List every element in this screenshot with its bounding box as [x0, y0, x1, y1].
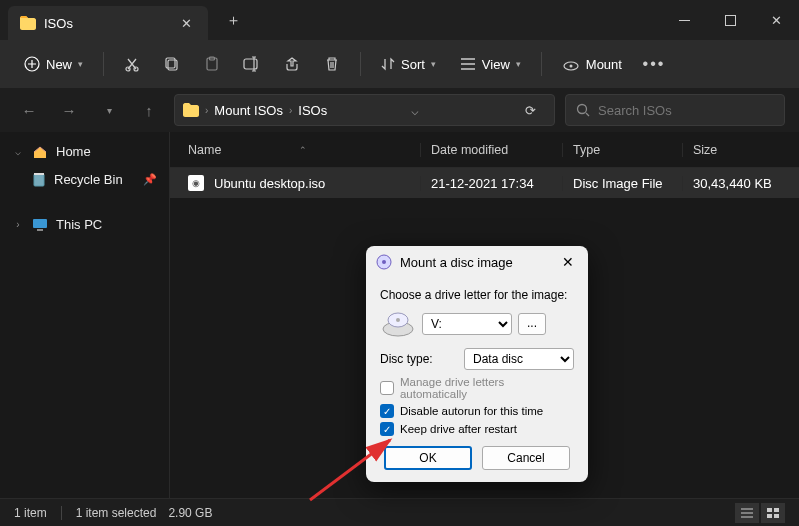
sort-icon: [381, 57, 395, 71]
svg-rect-18: [774, 508, 779, 512]
disc-drive-icon: [380, 310, 416, 338]
view-label: View: [482, 57, 510, 72]
svg-rect-9: [244, 59, 257, 69]
breadcrumb-dropdown[interactable]: ⌵: [411, 103, 419, 118]
svg-rect-14: [34, 173, 44, 175]
svg-rect-15: [33, 219, 47, 228]
paste-button[interactable]: [194, 46, 230, 82]
clipboard-icon: [204, 56, 220, 72]
close-window-button[interactable]: ✕: [753, 0, 799, 40]
list-icon: [460, 58, 476, 70]
search-icon: [576, 103, 590, 117]
list-icon: [741, 508, 753, 518]
checkbox-keep-drive[interactable]: ✓ Keep drive after restart: [380, 422, 574, 436]
browse-button[interactable]: ...: [518, 313, 546, 335]
sort-button[interactable]: Sort ▾: [371, 51, 446, 78]
rename-button[interactable]: [234, 46, 270, 82]
dialog-close-button[interactable]: ✕: [558, 254, 578, 270]
cut-button[interactable]: [114, 46, 150, 82]
search-box[interactable]: [565, 94, 785, 126]
statusbar: 1 item 1 item selected 2.90 GB: [0, 498, 799, 526]
status-count: 1 item: [14, 506, 47, 520]
toolbar: New ▾ Sort ▾ View ▾ Mount •••: [0, 40, 799, 88]
svg-rect-0: [679, 20, 690, 21]
details-view-button[interactable]: [735, 503, 759, 523]
folder-icon: [20, 16, 36, 30]
svg-point-12: [578, 105, 587, 114]
sidebar-item-thispc[interactable]: › This PC: [4, 211, 165, 238]
checkbox-manage-letters[interactable]: ✓ Manage drive letters automatically: [380, 376, 574, 400]
status-selected: 1 item selected: [76, 506, 157, 520]
breadcrumb-sep: ›: [205, 105, 208, 116]
new-tab-button[interactable]: ＋: [226, 11, 241, 30]
new-button-label: New: [46, 57, 72, 72]
recent-chevron[interactable]: ▾: [94, 95, 124, 125]
view-mode-toggles: [735, 503, 785, 523]
window-tab[interactable]: ISOs ✕: [8, 6, 208, 40]
svg-rect-20: [774, 514, 779, 518]
status-size: 2.90 GB: [168, 506, 212, 520]
folder-icon: [183, 103, 199, 117]
checkbox-icon: ✓: [380, 381, 394, 395]
svg-rect-17: [767, 508, 772, 512]
file-date: 21-12-2021 17:34: [420, 176, 562, 191]
checkbox-label: Keep drive after restart: [400, 423, 517, 435]
mount-button[interactable]: Mount: [552, 51, 632, 78]
copy-button[interactable]: [154, 46, 190, 82]
sidebar-item-home[interactable]: ⌵ Home: [4, 138, 165, 165]
new-button[interactable]: New ▾: [14, 50, 93, 78]
chevron-down-icon: ▾: [78, 59, 83, 69]
trash-icon: [325, 56, 339, 72]
status-divider: [61, 506, 62, 520]
share-button[interactable]: [274, 46, 310, 82]
file-name: Ubuntu desktop.iso: [214, 176, 325, 191]
sidebar-item-label: This PC: [56, 217, 102, 232]
column-type[interactable]: Type: [562, 143, 682, 157]
mount-icon: [562, 57, 580, 71]
window-controls: ✕: [661, 0, 799, 40]
pin-icon: 📌: [143, 173, 157, 186]
dialog-titlebar: Mount a disc image ✕: [366, 246, 588, 278]
drive-letter-select[interactable]: V:: [422, 313, 512, 335]
chevron-down-icon: ⌵: [12, 146, 24, 157]
maximize-button[interactable]: [707, 0, 753, 40]
cancel-button[interactable]: Cancel: [482, 446, 570, 470]
checkbox-disable-autorun[interactable]: ✓ Disable autorun for this time: [380, 404, 574, 418]
forward-button[interactable]: →: [54, 95, 84, 125]
svg-rect-19: [767, 514, 772, 518]
thumbnails-view-button[interactable]: [761, 503, 785, 523]
refresh-button[interactable]: ⟳: [515, 103, 546, 118]
close-tab-button[interactable]: ✕: [176, 16, 196, 31]
dialog-title: Mount a disc image: [400, 255, 513, 270]
search-input[interactable]: [598, 103, 774, 118]
column-size[interactable]: Size: [682, 143, 799, 157]
disc-type-label: Disc type:: [380, 352, 433, 366]
sidebar: ⌵ Home Recycle Bin 📌 › This PC: [0, 132, 170, 498]
column-name[interactable]: Name⌃: [170, 143, 420, 157]
table-row[interactable]: ◉ Ubuntu desktop.iso 21-12-2021 17:34 Di…: [170, 168, 799, 198]
breadcrumb-item[interactable]: Mount ISOs: [214, 103, 283, 118]
breadcrumb-sep: ›: [289, 105, 292, 116]
toolbar-divider: [360, 52, 361, 76]
more-button[interactable]: •••: [636, 46, 672, 82]
home-icon: [32, 145, 48, 159]
delete-button[interactable]: [314, 46, 350, 82]
view-button[interactable]: View ▾: [450, 51, 531, 78]
navbar: ← → ▾ ↑ › Mount ISOs › ISOs ⌵ ⟳: [0, 88, 799, 132]
breadcrumb[interactable]: › Mount ISOs › ISOs ⌵ ⟳: [174, 94, 555, 126]
up-button[interactable]: ↑: [134, 95, 164, 125]
disc-app-icon: [376, 254, 392, 270]
sidebar-item-recycle[interactable]: Recycle Bin 📌: [4, 165, 165, 193]
breadcrumb-item[interactable]: ISOs: [298, 103, 327, 118]
back-button[interactable]: ←: [14, 95, 44, 125]
checkbox-label: Manage drive letters automatically: [400, 376, 574, 400]
iso-file-icon: ◉: [188, 175, 204, 191]
rename-icon: [243, 56, 261, 72]
copy-icon: [164, 56, 180, 72]
minimize-button[interactable]: [661, 0, 707, 40]
disc-type-select[interactable]: Data disc: [464, 348, 574, 370]
mount-dialog: Mount a disc image ✕ Choose a drive lett…: [366, 246, 588, 482]
column-date[interactable]: Date modified: [420, 143, 562, 157]
svg-rect-16: [37, 229, 43, 231]
ok-button[interactable]: OK: [384, 446, 472, 470]
